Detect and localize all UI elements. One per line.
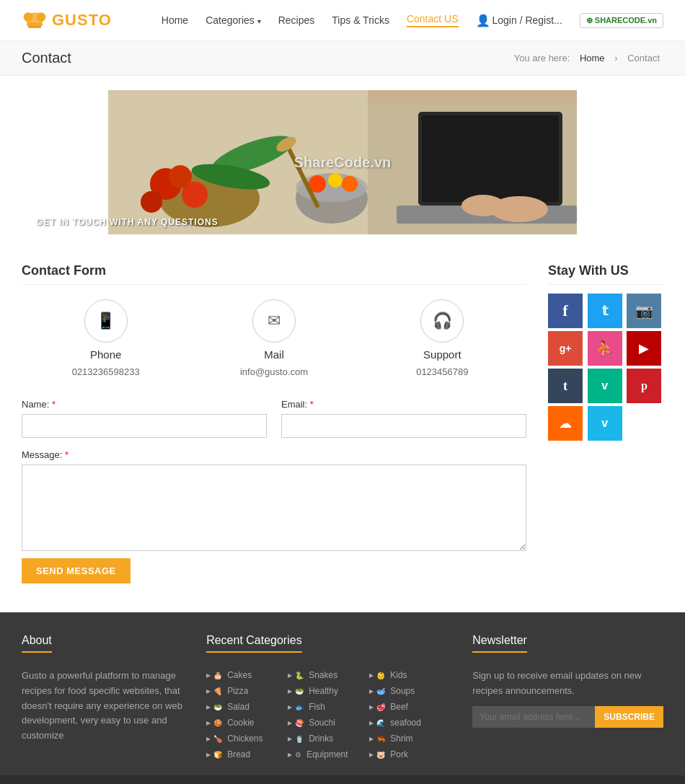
svg-point-10 (141, 191, 162, 213)
email-group: Email: * (281, 399, 526, 438)
social-grid: f 𝕥 📷 g+ ⛹ ▶ t v p ☁ v (548, 294, 663, 441)
mail-icon-circle: ✉ (252, 299, 296, 343)
social-vimeo[interactable]: v (588, 406, 622, 441)
stay-title: Stay With US (548, 263, 663, 285)
footer-cat-item[interactable]: 🍕Pizza (206, 684, 288, 697)
breadcrumb: You are here: Home › Contact (511, 53, 663, 63)
social-twitter[interactable]: 𝕥 (588, 294, 622, 328)
nav-recipes[interactable]: Recipes (278, 14, 315, 26)
footer-cat-item[interactable]: 🍞Bread (206, 748, 288, 761)
breadcrumb-bar: Contact You are here: Home › Contact (0, 41, 685, 76)
main-nav: Home Categories ▾ Recipes Tips & Tricks … (162, 13, 663, 28)
breadcrumb-home[interactable]: Home (580, 53, 605, 63)
footer-cat-item[interactable]: 🌊seafood (369, 716, 451, 729)
social-soundcloud[interactable]: ☁ (548, 406, 583, 441)
svg-rect-4 (28, 26, 41, 28)
footer-newsletter-title: Newsletter (472, 634, 527, 653)
phone-icon-circle: 📱 (84, 299, 128, 343)
sharecode-badge: ⊕ SHARECODE.vn (580, 13, 663, 28)
logo[interactable]: GUSTO (22, 7, 112, 33)
footer-cat-item[interactable]: 🥤Drinks (288, 732, 369, 745)
footer-cat-item[interactable]: 🐟Fish (288, 700, 369, 713)
nav-login[interactable]: 👤 Login / Regist... (476, 14, 562, 27)
contact-form-title: Contact Form (22, 263, 526, 285)
message-group: Message: * (22, 449, 526, 551)
categories-dropdown-icon: ▾ (257, 17, 261, 25)
contact-phone: 📱 Phone 0213236598233 (22, 299, 190, 377)
contact-mail: ✉ Mail info@gusto.com (190, 299, 358, 377)
message-label: Message: * (22, 449, 526, 460)
hero-image: ShareCode.vn GET IN TOUCH WITH ANY QUEST… (22, 90, 663, 234)
footer-cat-item[interactable]: 🥩Beef (369, 700, 451, 713)
header: GUSTO Home Categories ▾ Recipes Tips & T… (0, 0, 685, 41)
footer-about-title: About (22, 634, 52, 653)
name-email-row: Name: * Email: * (22, 399, 526, 438)
email-input[interactable] (281, 414, 526, 438)
support-label: Support (423, 348, 461, 361)
page-title: Contact (22, 50, 71, 66)
email-label: Email: * (281, 399, 526, 410)
sidebar: Stay With US f 𝕥 📷 g+ ⛹ ▶ t v p ☁ v (548, 263, 663, 583)
name-label: Name: * (22, 399, 267, 410)
mail-value: info@gusto.com (240, 366, 308, 377)
support-value: 0123456789 (416, 366, 468, 377)
svg-rect-23 (422, 115, 559, 202)
footer-cat-item[interactable]: 🍣Souchi (288, 716, 369, 729)
svg-point-2 (37, 12, 46, 22)
footer-categories: Recent Categories 🎂Cakes🐍Snakes👶Kids🍕Piz… (206, 634, 451, 761)
social-vine[interactable]: v (588, 369, 622, 403)
logo-icon (22, 7, 48, 33)
contact-section: Contact Form 📱 Phone 0213236598233 ✉ Mai… (22, 263, 526, 583)
name-group: Name: * (22, 399, 267, 438)
social-facebook[interactable]: f (548, 294, 583, 328)
mail-icon: ✉ (268, 312, 280, 330)
nav-home[interactable]: Home (162, 14, 188, 26)
logo-text: GUSTO (52, 11, 112, 30)
message-textarea[interactable] (22, 464, 526, 551)
social-tumblr[interactable]: t (548, 369, 583, 403)
footer-cat-item[interactable]: 🍪Cookie (206, 716, 288, 729)
email-required: * (310, 399, 314, 410)
footer-about-text: Gusto a powerful platform to manage reci… (22, 669, 185, 744)
footer-cat-item[interactable]: 👶Kids (369, 669, 451, 682)
footer: About Gusto a powerful platform to manag… (0, 612, 685, 784)
svg-rect-3 (27, 23, 43, 26)
send-message-button[interactable]: SEND MESSAGE (22, 558, 131, 583)
nav-categories[interactable]: Categories ▾ (206, 14, 261, 26)
contact-icons: 📱 Phone 0213236598233 ✉ Mail info@gusto.… (22, 299, 526, 377)
footer-newsletter: Newsletter Sign up to receive email upda… (472, 634, 663, 761)
footer-cat-item[interactable]: 🦐Shrim (369, 732, 451, 745)
user-icon: 👤 (476, 14, 490, 27)
svg-point-11 (169, 165, 192, 188)
contact-form-element: Name: * Email: * Message: * (22, 399, 526, 583)
social-dribbble[interactable]: ⛹ (588, 331, 622, 366)
social-youtube[interactable]: ▶ (627, 331, 661, 366)
footer-cat-item[interactable]: 🎂Cakes (206, 669, 288, 682)
social-instagram[interactable]: 📷 (627, 294, 661, 328)
footer-about: About Gusto a powerful platform to manag… (22, 634, 185, 761)
content-area: Contact Form 📱 Phone 0213236598233 ✉ Mai… (0, 249, 685, 598)
name-required: * (52, 399, 56, 410)
name-input[interactable] (22, 414, 267, 438)
phone-value: 0213236598233 (72, 366, 140, 377)
support-icon: 🎧 (433, 312, 452, 330)
footer-cat-item[interactable]: 🥗Healthy (288, 684, 369, 697)
social-googleplus[interactable]: g+ (548, 331, 583, 366)
newsletter-subscribe-button[interactable]: SUBSCRIBE (595, 706, 663, 728)
nav-tips-tricks[interactable]: Tips & Tricks (332, 14, 389, 26)
social-pinterest[interactable]: p (627, 369, 661, 403)
footer-cat-item[interactable]: 🥣Soups (369, 684, 451, 697)
footer-cat-item[interactable]: ⚙Equipment (288, 748, 369, 761)
newsletter-text: Sign up to receive email updates on new … (472, 669, 663, 699)
phone-label: Phone (90, 348, 121, 361)
footer-cat-item[interactable]: 🍗Chickens (206, 732, 288, 745)
footer-cat-item[interactable]: 🥗Salad (206, 700, 288, 713)
footer-grid: About Gusto a powerful platform to manag… (22, 634, 663, 761)
support-icon-circle: 🎧 (420, 299, 464, 343)
footer-cat-item[interactable]: 🐷Pork (369, 748, 451, 761)
footer-cat-item[interactable]: 🐍Snakes (288, 669, 369, 682)
hero-watermark: ShareCode.vn (294, 154, 391, 171)
newsletter-email-input[interactable] (472, 706, 595, 728)
phone-icon: 📱 (96, 312, 115, 330)
nav-contact-us[interactable]: Contact US (407, 13, 459, 27)
